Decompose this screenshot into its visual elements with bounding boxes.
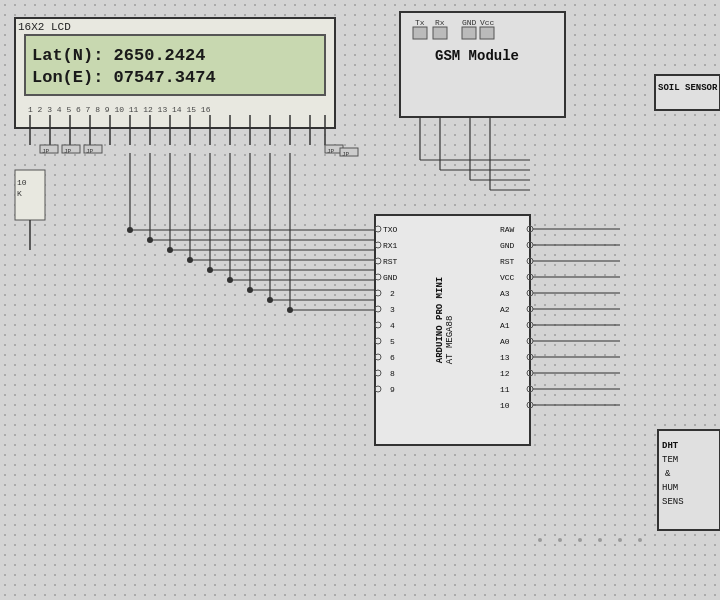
svg-point-137 <box>147 237 153 243</box>
svg-point-71 <box>375 242 381 248</box>
svg-rect-54 <box>433 27 447 39</box>
svg-point-143 <box>267 297 273 303</box>
svg-text:GSM Module: GSM Module <box>435 48 519 64</box>
svg-rect-25 <box>15 170 45 220</box>
svg-rect-21 <box>62 145 80 153</box>
svg-point-73 <box>375 258 381 264</box>
svg-text:11: 11 <box>500 385 510 394</box>
svg-text:10: 10 <box>500 401 510 410</box>
svg-point-93 <box>527 226 533 232</box>
svg-text:JP: JP <box>86 148 94 155</box>
svg-point-148 <box>558 538 562 542</box>
svg-rect-49 <box>400 12 565 117</box>
svg-point-150 <box>598 538 602 542</box>
svg-text:Tx: Tx <box>415 18 425 27</box>
svg-text:9: 9 <box>390 385 395 394</box>
svg-point-113 <box>527 386 533 392</box>
svg-text:Rx: Rx <box>435 18 445 27</box>
svg-text:JP: JP <box>327 148 335 155</box>
circuit-canvas: 16X2 LCD Lat(N): 2650.2424 Lon(E): 07547… <box>0 0 720 600</box>
svg-point-69 <box>375 226 381 232</box>
svg-rect-1 <box>25 35 325 95</box>
svg-point-79 <box>375 306 381 312</box>
svg-point-139 <box>187 257 193 263</box>
svg-text:A0: A0 <box>500 337 510 346</box>
svg-rect-19 <box>40 145 58 153</box>
svg-text:RAW: RAW <box>500 225 515 234</box>
svg-text:RX1: RX1 <box>383 241 398 250</box>
svg-text:Vcc: Vcc <box>480 18 495 27</box>
lcd-label-text: 16X2 LCD <box>18 21 71 33</box>
svg-text:ARDUINO PRO MINI: ARDUINO PRO MINI <box>435 277 445 363</box>
svg-text:SENS: SENS <box>662 497 684 507</box>
svg-text:6: 6 <box>390 353 395 362</box>
svg-text:TXO: TXO <box>383 225 398 234</box>
svg-rect-128 <box>655 75 720 110</box>
circuit-diagram: 16X2 LCD Lat(N): 2650.2424 Lon(E): 07547… <box>0 0 720 600</box>
svg-rect-23 <box>84 145 102 153</box>
svg-point-111 <box>527 370 533 376</box>
svg-rect-145 <box>340 148 358 156</box>
svg-rect-0 <box>15 18 335 128</box>
svg-text:TEM: TEM <box>662 455 678 465</box>
svg-text:HUM: HUM <box>662 483 678 493</box>
svg-text:12: 12 <box>500 369 510 378</box>
svg-text:10: 10 <box>17 178 27 187</box>
svg-point-147 <box>578 538 582 542</box>
svg-point-101 <box>527 290 533 296</box>
svg-point-81 <box>375 322 381 328</box>
svg-point-152 <box>638 538 642 542</box>
svg-text:5: 5 <box>390 337 395 346</box>
svg-point-149 <box>538 538 542 542</box>
svg-text:2: 2 <box>390 289 395 298</box>
svg-rect-52 <box>413 27 427 39</box>
svg-text:A2: A2 <box>500 305 510 314</box>
svg-point-97 <box>527 258 533 264</box>
svg-text:RST: RST <box>383 257 398 266</box>
svg-point-151 <box>618 538 622 542</box>
svg-point-75 <box>375 274 381 280</box>
svg-text:SOIL SENSOR: SOIL SENSOR <box>658 83 718 93</box>
svg-text:1  2  3  4  5  6  7  8  9  10 : 1 2 3 4 5 6 7 8 9 10 11 12 13 14 15 16 <box>28 105 211 114</box>
svg-text:AT MEGA88: AT MEGA88 <box>445 316 455 365</box>
svg-text:JP: JP <box>64 148 72 155</box>
svg-rect-130 <box>658 430 720 530</box>
svg-rect-47 <box>325 145 343 153</box>
svg-text:4: 4 <box>390 321 395 330</box>
svg-rect-56 <box>462 27 476 39</box>
svg-point-109 <box>527 354 533 360</box>
svg-text:13: 13 <box>500 353 510 362</box>
svg-text:JP: JP <box>342 151 350 158</box>
svg-text:VCC: VCC <box>500 273 515 282</box>
svg-text:A3: A3 <box>500 289 510 298</box>
svg-point-77 <box>375 290 381 296</box>
svg-point-142 <box>247 287 253 293</box>
svg-point-115 <box>527 402 533 408</box>
svg-point-87 <box>375 370 381 376</box>
svg-text:A1: A1 <box>500 321 510 330</box>
svg-text:8: 8 <box>390 369 395 378</box>
svg-point-136 <box>127 227 133 233</box>
svg-text:3: 3 <box>390 305 395 314</box>
svg-point-85 <box>375 354 381 360</box>
svg-point-105 <box>527 322 533 328</box>
svg-point-140 <box>207 267 213 273</box>
svg-rect-67 <box>375 215 530 445</box>
svg-point-103 <box>527 306 533 312</box>
svg-text:GND: GND <box>500 241 515 250</box>
svg-text:GND: GND <box>383 273 398 282</box>
lcd-line1: Lat(N): 2650.2424 <box>32 46 205 65</box>
svg-point-144 <box>287 307 293 313</box>
svg-text:GND: GND <box>462 18 477 27</box>
svg-point-138 <box>167 247 173 253</box>
svg-text:K: K <box>17 189 22 198</box>
svg-text:&: & <box>665 469 671 479</box>
svg-point-141 <box>227 277 233 283</box>
svg-point-107 <box>527 338 533 344</box>
svg-point-83 <box>375 338 381 344</box>
svg-point-95 <box>527 242 533 248</box>
lcd-line2: Lon(E): 07547.3474 <box>32 68 216 87</box>
svg-rect-58 <box>480 27 494 39</box>
svg-text:JP: JP <box>42 148 50 155</box>
svg-text:DHT: DHT <box>662 441 679 451</box>
